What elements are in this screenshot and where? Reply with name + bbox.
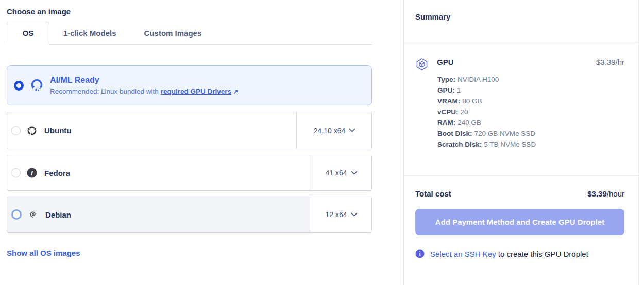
ubuntu-version-value: 24.10 x64	[314, 127, 346, 135]
spec-scratch-disk: Scratch Disk:5 TB NVMe SSD	[437, 139, 624, 150]
gpu-plan-section: GPU $3.39/hr Type:NVIDIA H100 GPU:1 VRAM…	[404, 44, 638, 176]
aiml-radio[interactable]	[14, 81, 24, 91]
choose-image-section: Choose an image OS 1-click Models Custom…	[7, 7, 372, 257]
gpu-plan-price: $3.39/hr	[596, 58, 624, 66]
summary-header: Summary	[404, 0, 638, 44]
aiml-title: AI/ML Ready	[50, 76, 239, 85]
gpu-title-row: GPU $3.39/hr	[437, 58, 624, 66]
image-option-ubuntu[interactable]: Ubuntu 24.10 x64	[7, 112, 372, 149]
spec-type: Type:NVIDIA H100	[437, 74, 624, 85]
aiml-row-main: AI/ML Ready Recommended: Linux bundled w…	[7, 66, 371, 105]
chevron-down-icon	[351, 210, 358, 217]
fedora-logo-icon: f	[26, 167, 38, 179]
create-gpu-droplet-button[interactable]: Add Payment Method and Create GPU Drople…	[415, 209, 624, 235]
ubuntu-version-dropdown[interactable]: 24.10 x64	[296, 112, 371, 149]
chevron-down-icon	[349, 126, 355, 132]
summary-title: Summary	[415, 12, 638, 21]
aiml-subtitle-prefix: Recommended: Linux bundled with	[50, 87, 161, 95]
choose-image-heading: Choose an image	[7, 7, 372, 16]
ubuntu-label: Ubuntu	[44, 126, 71, 135]
fedora-label: Fedora	[44, 169, 70, 177]
aiml-text-block: AI/ML Ready Recommended: Linux bundled w…	[50, 76, 239, 95]
debian-row-main: Debian	[7, 197, 310, 232]
summary-panel: Summary GPU $3.39/hr Type:NVIDIA H100	[403, 0, 639, 285]
ubuntu-logo-icon	[26, 125, 38, 136]
gpu-cube-icon	[415, 58, 429, 71]
spec-boot-disk: Boot Disk:720 GB NVMe SSD	[437, 128, 624, 139]
gpu-plan-name: GPU	[437, 58, 454, 66]
spec-vcpu: vCPU:20	[437, 106, 624, 117]
ubuntu-radio[interactable]	[11, 126, 21, 135]
image-option-debian[interactable]: Debian 12 x64	[7, 197, 372, 233]
select-ssh-key-link[interactable]: Select an SSH Key	[430, 250, 496, 258]
image-option-fedora[interactable]: f Fedora 41 x64	[7, 155, 372, 191]
debian-version-dropdown[interactable]: 12 x64	[310, 197, 371, 232]
image-tabs: OS 1-click Models Custom Images	[7, 22, 372, 45]
ssh-notice-text: Select an SSH Key to create this GPU Dro…	[430, 250, 588, 258]
debian-logo-icon	[27, 209, 39, 220]
spec-ram: RAM:240 GB	[437, 117, 624, 128]
info-icon: i	[415, 249, 425, 258]
os-image-list: AI/ML Ready Recommended: Linux bundled w…	[7, 65, 372, 233]
aiml-gpu-icon	[30, 79, 44, 93]
debian-version-value: 12 x64	[325, 210, 347, 219]
external-link-icon: ↗	[233, 88, 239, 95]
total-cost-row: Total cost $3.39/hour	[415, 176, 624, 198]
debian-label: Debian	[45, 210, 71, 219]
gpu-spec-list: Type:NVIDIA H100 GPU:1 VRAM:80 GB vCPU:2…	[437, 74, 624, 150]
spec-gpu-count: GPU:1	[437, 85, 624, 96]
gpu-plan-head: GPU $3.39/hr	[415, 58, 624, 71]
ubuntu-row-main: Ubuntu	[7, 112, 296, 149]
gpu-drivers-link[interactable]: required GPU Drivers	[161, 87, 231, 95]
total-cost-value: $3.39/hour	[587, 189, 624, 198]
image-option-aiml-ready[interactable]: AI/ML Ready Recommended: Linux bundled w…	[7, 65, 372, 105]
total-cost-label: Total cost	[415, 189, 451, 198]
fedora-radio[interactable]	[11, 168, 21, 177]
tab-1-click-models[interactable]: 1-click Models	[49, 22, 130, 44]
show-all-os-images-link[interactable]: Show all OS images	[7, 248, 372, 257]
tab-os[interactable]: OS	[7, 22, 49, 45]
ssh-key-notice: i Select an SSH Key to create this GPU D…	[415, 249, 624, 258]
tab-custom-images[interactable]: Custom Images	[130, 22, 216, 44]
gpu-droplet-create-page: Choose an image OS 1-click Models Custom…	[0, 0, 644, 285]
spec-vram: VRAM:80 GB	[437, 96, 624, 106]
fedora-row-main: f Fedora	[7, 155, 310, 190]
chevron-down-icon	[351, 168, 358, 175]
aiml-subtitle: Recommended: Linux bundled with required…	[50, 87, 239, 95]
debian-radio[interactable]	[11, 209, 22, 220]
fedora-version-dropdown[interactable]: 41 x64	[310, 155, 371, 190]
fedora-version-value: 41 x64	[325, 169, 347, 177]
